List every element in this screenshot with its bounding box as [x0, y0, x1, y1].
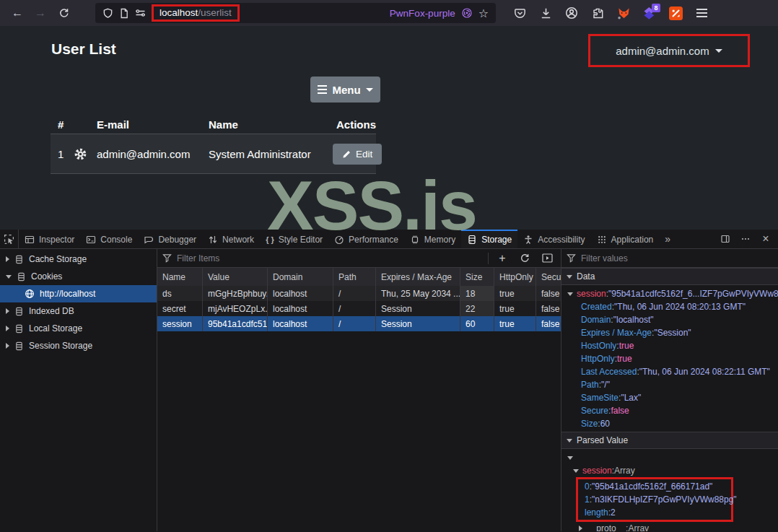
tab-debugger[interactable]: Debugger — [138, 230, 202, 248]
chevron-right-icon[interactable] — [6, 256, 9, 262]
user-index: 1 — [58, 148, 64, 160]
page-info-icon[interactable] — [119, 8, 129, 19]
col-name[interactable]: Name — [157, 268, 203, 286]
tab-style-editor[interactable]: { } Style Editor — [260, 230, 328, 248]
more-tabs-button[interactable]: » — [659, 230, 676, 248]
chevron-right-icon[interactable] — [579, 526, 582, 531]
chevron-down-icon — [567, 439, 572, 442]
col-httponly[interactable]: HttpOnly — [494, 268, 536, 286]
chevron-right-icon[interactable] — [6, 326, 9, 331]
chevron-down-icon[interactable] — [567, 292, 573, 296]
tree-row-size[interactable]: Size:60 — [561, 417, 778, 430]
cookie-values-pane: Data session:"95b41a1cdfc5162f_6...IZF7p… — [561, 249, 778, 531]
tree-row-path[interactable]: Path:"/" — [561, 378, 778, 391]
tab-performance[interactable]: Performance — [328, 230, 404, 248]
table-row: 1 admin@admin.com System Administrator E… — [51, 134, 376, 174]
col-size[interactable]: Size — [460, 268, 494, 286]
tree-row-domain[interactable]: Domain:"localhost" — [561, 313, 778, 326]
toggle-sidebar-button[interactable] — [538, 250, 556, 266]
add-item-button[interactable]: + — [494, 250, 511, 266]
parsed-row-proto[interactable]: __proto__:Array — [561, 522, 778, 531]
tree-row-expires[interactable]: Expires / Max-Age:"Session" — [561, 326, 778, 339]
menu-button-label: Menu — [332, 84, 360, 96]
sidebar-item-localhost[interactable]: http://localhost — [0, 285, 157, 302]
tab-memory[interactable]: Memory — [404, 230, 461, 248]
shield-icon[interactable] — [102, 8, 113, 19]
cookie-row-ds[interactable]: ds mGgHzBphbuy... localhost / Thu, 25 Ma… — [157, 286, 561, 301]
col-expires[interactable]: Expires / Max-Age — [376, 268, 460, 286]
back-button[interactable]: ← — [7, 3, 27, 23]
parsed-value-section-header[interactable]: Parsed Value — [561, 432, 778, 449]
sidebar-item-session-storage[interactable]: Session Storage — [0, 337, 157, 354]
col-name: Name — [209, 118, 333, 131]
parsed-row-length[interactable]: length:2 — [578, 506, 731, 519]
users-table: # E-mail Name Actions 1 admin@admin.com … — [51, 115, 376, 174]
account-button[interactable] — [561, 3, 582, 23]
tree-row-samesite[interactable]: SameSite:"Lax" — [561, 391, 778, 404]
tab-accessibility[interactable]: Accessibility — [517, 230, 590, 248]
foxyproxy-extension-icon[interactable] — [665, 3, 686, 23]
reload-button[interactable] — [53, 3, 74, 23]
col-path[interactable]: Path — [333, 268, 376, 286]
pwnfox-extension-icon[interactable] — [613, 3, 634, 23]
filter-items-input[interactable] — [177, 253, 483, 263]
permissions-icon[interactable] — [135, 8, 146, 18]
cookie-row-session[interactable]: session 95b41a1cdfc51... localhost / Ses… — [157, 316, 561, 331]
bookmark-star-icon[interactable]: ☆ — [478, 6, 489, 20]
url-highlight-box[interactable]: localhost/userlist — [152, 4, 240, 22]
col-index: # — [51, 118, 97, 131]
filter-icon — [567, 253, 576, 263]
app-menu-button[interactable] — [691, 3, 712, 23]
pocket-button[interactable] — [509, 3, 530, 23]
sidebar-item-indexed-db[interactable]: Indexed DB — [0, 302, 157, 320]
tree-row-hostonly[interactable]: HostOnly:true — [561, 339, 778, 352]
parsed-root-expander[interactable] — [561, 451, 778, 464]
pick-element-button[interactable] — [0, 230, 19, 248]
sidebar-item-local-storage[interactable]: Local Storage — [0, 320, 157, 337]
chevron-down-icon[interactable] — [573, 469, 579, 473]
cookie-data-tree: session:"95b41a1cdfc5162f_6...IZF7pGwPVI… — [561, 285, 778, 432]
data-section-header[interactable]: Data — [561, 268, 778, 285]
account-dropdown[interactable]: admin@admin.com — [588, 34, 750, 67]
tab-application[interactable]: Application — [591, 230, 660, 248]
chevron-down-icon[interactable] — [6, 275, 12, 279]
url-bar[interactable]: localhost/userlist PwnFox-purple ☆ — [95, 3, 496, 23]
tab-network[interactable]: Network — [202, 230, 260, 248]
tree-row-secure[interactable]: Secure:false — [561, 404, 778, 417]
cookie-row-secret[interactable]: secret mjAvHEOZpLx... localhost / Sessio… — [157, 301, 561, 316]
storage-type-icon — [14, 255, 24, 264]
filter-values-input[interactable] — [581, 253, 773, 263]
devtools-menu-button[interactable] — [736, 230, 755, 248]
downloads-button[interactable] — [535, 3, 556, 23]
tab-console[interactable]: Console — [80, 230, 138, 248]
menu-button[interactable]: Menu — [310, 77, 380, 103]
tree-row-httponly[interactable]: HttpOnly:true — [561, 352, 778, 365]
split-console-button[interactable] — [716, 230, 735, 248]
layers-extension-icon[interactable]: 8 — [639, 3, 660, 23]
chevron-down-icon — [567, 456, 573, 460]
parsed-row-session-array[interactable]: session:Array — [561, 464, 778, 477]
parsed-row-1[interactable]: 1:"n3IKFDLHpIZF7pGwPVIyVWw88pg" — [578, 493, 731, 506]
browser-toolbar: ← → localhost/userlist PwnFox-purple — [0, 0, 778, 26]
parsed-row-0[interactable]: 0:"95b41a1cdfc5162f_666171ad" — [578, 480, 731, 493]
tab-storage[interactable]: Storage — [461, 230, 517, 248]
tree-row-session[interactable]: session:"95b41a1cdfc5162f_6...IZF7pGwPVI… — [561, 287, 778, 300]
edit-button[interactable]: Edit — [333, 144, 382, 165]
hamburger-icon — [696, 9, 707, 17]
chevron-right-icon[interactable] — [6, 343, 9, 349]
debugger-icon — [144, 235, 154, 245]
col-secure[interactable]: Secure — [536, 268, 561, 286]
sidebar-item-cookies[interactable]: Cookies — [0, 268, 157, 285]
devtools-close-button[interactable]: × — [756, 230, 775, 248]
globe-icon — [25, 289, 35, 299]
col-value[interactable]: Value — [203, 268, 268, 286]
chevron-right-icon[interactable] — [6, 308, 9, 314]
extensions-button[interactable] — [587, 3, 608, 23]
col-domain[interactable]: Domain — [268, 268, 333, 286]
refresh-items-button[interactable] — [516, 250, 533, 266]
sidebar-item-cache-storage[interactable]: Cache Storage — [0, 250, 157, 268]
tab-inspector[interactable]: Inspector — [19, 230, 80, 248]
tree-row-last-accessed[interactable]: Last Accessed:"Thu, 06 Jun 2024 08:22:11… — [561, 365, 778, 378]
tree-row-created[interactable]: Created:"Thu, 06 Jun 2024 08:20:13 GMT" — [561, 300, 778, 313]
forward-button[interactable]: → — [30, 3, 51, 23]
